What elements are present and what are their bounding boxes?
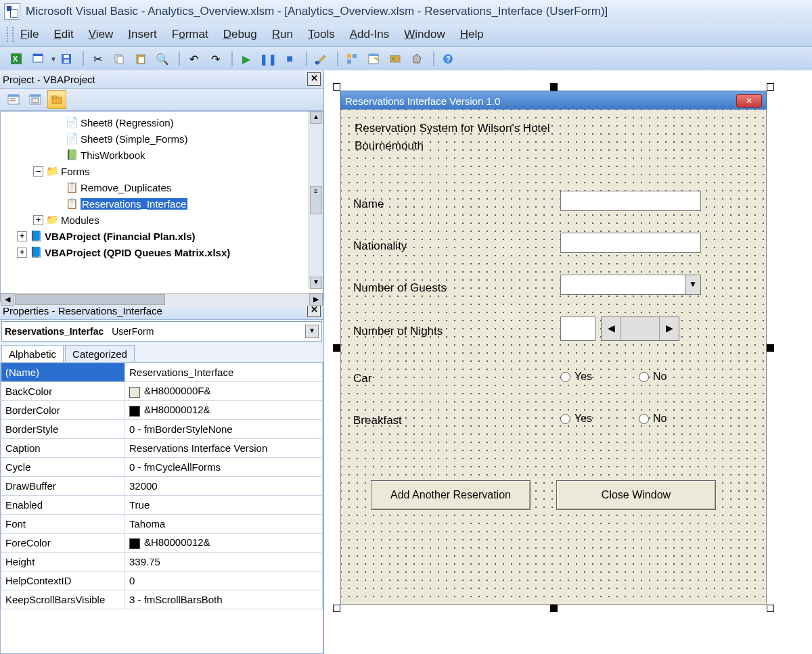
svg-rect-5: [64, 55, 69, 58]
reset-button[interactable]: ■: [280, 49, 299, 68]
menu-view[interactable]: View: [89, 28, 114, 41]
menu-run[interactable]: Run: [272, 28, 293, 41]
save-button[interactable]: [57, 49, 76, 68]
menu-insert[interactable]: Insert: [128, 28, 157, 41]
svg-rect-24: [8, 95, 19, 97]
project-explorer-button[interactable]: [342, 49, 361, 68]
insert-dropdown[interactable]: ▼: [50, 55, 57, 63]
breakfast-no-radio[interactable]: No: [639, 413, 667, 425]
tree-node-modules[interactable]: +📁Modules: [1, 212, 323, 228]
menu-bar: File Edit View Insert Format Debug Run T…: [0, 23, 812, 47]
svg-rect-12: [315, 61, 319, 64]
svg-rect-3: [33, 54, 43, 56]
svg-text:X: X: [13, 55, 18, 63]
userform-caption: Reservations Interface Version 1.0: [345, 95, 500, 107]
svg-rect-13: [347, 54, 351, 58]
tab-categorized[interactable]: Categorized: [65, 345, 135, 363]
car-no-radio[interactable]: No: [639, 371, 667, 383]
help-button[interactable]: ?: [438, 49, 457, 68]
cut-button[interactable]: ✂: [88, 49, 107, 68]
menu-format[interactable]: Format: [172, 28, 208, 41]
tree-node-thisworkbook[interactable]: 📗ThisWorkbook: [1, 147, 323, 163]
menu-help[interactable]: Help: [460, 28, 484, 41]
toolbox-button[interactable]: [407, 49, 426, 68]
property-grid[interactable]: (Name)Reservations_InterfaceBackColor&H8…: [0, 362, 323, 654]
paste-button[interactable]: [131, 49, 150, 68]
menu-window[interactable]: Window: [404, 28, 445, 41]
window-title: Microsoft Visual Basic - Analytics_Overv…: [26, 5, 608, 18]
excel-icon[interactable]: X: [7, 49, 26, 68]
label-car: Car: [353, 372, 371, 386]
chevron-down-icon: ▼: [685, 275, 700, 294]
properties-button[interactable]: [364, 49, 383, 68]
menu-debug[interactable]: Debug: [223, 28, 257, 41]
redo-button[interactable]: ↷: [206, 49, 225, 68]
break-button[interactable]: ❚❚: [258, 49, 277, 68]
tree-node-sheet8[interactable]: 📄Sheet8 (Regression): [1, 114, 323, 131]
tree-hscroll[interactable]: ◀▶: [1, 293, 323, 306]
view-object-button[interactable]: [26, 90, 45, 109]
nights-scrollbar[interactable]: ◀▶: [560, 317, 679, 341]
design-mode-button[interactable]: [311, 49, 330, 68]
label-nationality: Nationality: [353, 239, 407, 253]
menu-edit[interactable]: Edit: [53, 28, 73, 41]
find-button[interactable]: 🔍: [153, 49, 172, 68]
svg-point-20: [392, 57, 394, 60]
userform-close-button[interactable]: ✕: [736, 94, 762, 108]
label-nights: Number of Nights: [353, 325, 443, 338]
chevron-down-icon: ▼: [305, 325, 319, 338]
name-input[interactable]: [560, 191, 701, 211]
project-explorer-close[interactable]: ✕: [307, 72, 321, 86]
tree-node-forms[interactable]: −📁Forms: [1, 163, 323, 179]
standard-toolbar: X ▼ ✂ 🔍 ↶ ↷ ▶ ❚❚ ■ ?: [0, 47, 812, 72]
svg-rect-10: [139, 57, 144, 63]
title-bar[interactable]: Microsoft Visual Basic - Analytics_Overv…: [0, 0, 812, 23]
breakfast-yes-radio[interactable]: Yes: [560, 413, 592, 425]
vbe-window: Microsoft Visual Basic - Analytics_Overv…: [0, 0, 812, 654]
tree-node-sheet9[interactable]: 📄Sheet9 (Simple_Forms): [1, 131, 323, 147]
copy-button[interactable]: [110, 49, 129, 68]
toggle-folders-button[interactable]: [47, 90, 66, 109]
tree-vscroll[interactable]: ▲≡▼: [309, 112, 323, 289]
app-icon: [4, 3, 20, 20]
svg-rect-28: [30, 95, 41, 97]
tree-node-financial-plan[interactable]: +📘VBAProject (Financial Plan.xls): [1, 228, 323, 244]
label-name: Name: [353, 197, 384, 211]
menu-tools[interactable]: Tools: [308, 28, 335, 41]
menu-grip[interactable]: [7, 27, 14, 42]
svg-rect-8: [117, 56, 123, 64]
project-explorer-label: Project - VBAProject: [3, 74, 95, 85]
svg-rect-17: [369, 54, 378, 56]
guests-combobox[interactable]: ▼: [560, 275, 701, 295]
close-window-button[interactable]: Close Window: [556, 480, 716, 510]
svg-rect-6: [64, 60, 69, 63]
insert-userform-button[interactable]: [28, 49, 47, 68]
car-yes-radio[interactable]: Yes: [560, 371, 592, 383]
svg-rect-15: [347, 60, 351, 64]
tree-node-qpid[interactable]: +📘VBAProject (QPID Queues Matrix.xlsx): [1, 244, 323, 260]
svg-text:?: ?: [446, 55, 451, 63]
label-guests: Number of Guests: [353, 281, 447, 295]
form-designer[interactable]: Reservations Interface Version 1.0 ✕ Res…: [324, 70, 812, 654]
userform[interactable]: Reservations Interface Version 1.0 ✕ Res…: [340, 91, 767, 605]
undo-button[interactable]: ↶: [184, 49, 203, 68]
object-selector[interactable]: Reservations_Interfac UserForm ▼: [1, 321, 322, 342]
properties-close[interactable]: ✕: [307, 304, 321, 317]
run-button[interactable]: ▶: [237, 49, 256, 68]
object-browser-button[interactable]: [386, 49, 405, 68]
project-tree[interactable]: 📄Sheet8 (Regression) 📄Sheet9 (Simple_For…: [0, 111, 323, 302]
properties-label: Properties - Reservations_Interface: [3, 305, 162, 317]
tab-alphabetic[interactable]: Alphabetic: [1, 345, 64, 363]
add-reservation-button[interactable]: Add Another Reservation: [371, 480, 531, 510]
menu-addins[interactable]: Add-Ins: [350, 28, 390, 41]
nationality-input[interactable]: [560, 233, 701, 253]
heading-line2: Bournemouth: [355, 139, 424, 153]
label-breakfast: Breakfast: [353, 414, 402, 427]
view-code-button[interactable]: [4, 90, 23, 109]
tree-node-remove-duplicates[interactable]: 📋Remove_Duplicates: [1, 179, 323, 195]
tree-node-reservations-interface[interactable]: 📋Reservations_Interface: [1, 195, 323, 212]
menu-file[interactable]: File: [20, 28, 39, 41]
userform-titlebar[interactable]: Reservations Interface Version 1.0 ✕: [340, 91, 767, 111]
project-explorer-title: Project - VBAProject ✕: [0, 70, 323, 89]
heading-line1: Reservation System for Wilson's Hotel: [355, 122, 550, 135]
